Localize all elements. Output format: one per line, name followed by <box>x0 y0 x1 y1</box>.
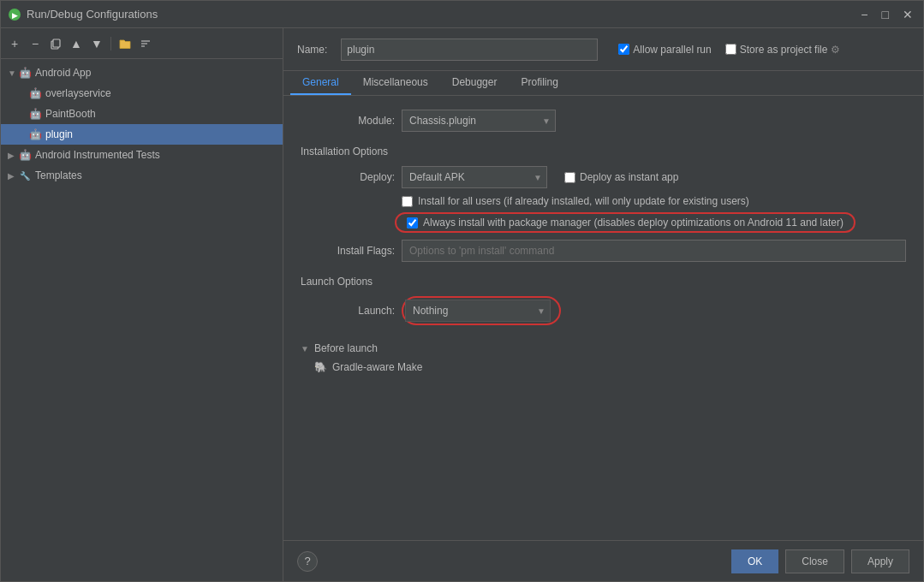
launch-options-label: Launch Options <box>301 276 906 288</box>
close-button[interactable]: ✕ <box>899 6 916 23</box>
ok-button[interactable]: OK <box>731 549 778 573</box>
tab-profiling[interactable]: Profiling <box>509 71 569 95</box>
launch-select-wrap: Nothing Default Activity Specified Activ… <box>405 300 551 322</box>
tabs-bar: General Miscellaneous Debugger Profiling <box>283 71 923 96</box>
always-install-row: Always install with package manager (dis… <box>395 212 855 233</box>
tree-label: Android Instrumented Tests <box>35 149 160 161</box>
android-icon: 🤖 <box>28 128 42 141</box>
expand-arrow: ▼ <box>8 68 18 78</box>
titlebar: ▶ Run/Debug Configurations − □ ✕ <box>1 1 923 28</box>
deploy-row: Deploy: Default APK APK from app bundle … <box>301 166 906 188</box>
expand-arrow: ▶ <box>8 151 18 160</box>
tab-miscellaneous[interactable]: Miscellaneous <box>351 71 440 95</box>
move-up-button[interactable]: ▲ <box>68 35 85 52</box>
launch-select[interactable]: Nothing Default Activity Specified Activ… <box>405 300 551 322</box>
before-launch-label: Before launch <box>314 342 378 354</box>
tab-general[interactable]: General <box>290 71 351 95</box>
bottom-bar: ? OK Close Apply <box>283 540 923 581</box>
gear-icon[interactable]: ⚙ <box>831 44 840 56</box>
install-flags-row: Install Flags: <box>301 240 906 262</box>
remove-button[interactable]: − <box>27 35 44 52</box>
collapse-icon: ▼ <box>301 344 309 353</box>
tree-item-overlayservice[interactable]: 🤖 overlayservice <box>1 83 283 104</box>
sidebar-toolbar: + − ▲ ▼ <box>1 28 283 59</box>
right-panel: Name: Allow parallel run Store as projec… <box>283 28 923 581</box>
main-window: ▶ Run/Debug Configurations − □ ✕ + − <box>0 0 924 582</box>
bottom-buttons: OK Close Apply <box>731 549 909 573</box>
module-row: Module: Chassis.plugin ▼ <box>301 110 906 132</box>
deploy-label: Deploy: <box>301 171 395 183</box>
tree-label: Android App <box>35 67 91 79</box>
always-install-checkbox[interactable] <box>407 217 418 229</box>
copy-button[interactable] <box>47 35 64 52</box>
installation-options-label: Installation Options <box>301 146 906 157</box>
install-all-users-row: Install for all users (if already instal… <box>301 195 906 207</box>
install-all-users-label: Install for all users (if already instal… <box>418 195 749 207</box>
store-project-checkbox[interactable] <box>725 44 736 55</box>
launch-highlighted: Nothing Default Activity Specified Activ… <box>402 296 561 325</box>
sidebar: + − ▲ ▼ <box>1 28 283 581</box>
android-icon: 🤖 <box>28 107 42 121</box>
svg-text:▶: ▶ <box>12 11 18 20</box>
deploy-select-wrap: Default APK APK from app bundle Nothing … <box>402 166 547 188</box>
move-down-button[interactable]: ▼ <box>88 35 105 52</box>
android-icon: 🤖 <box>18 66 32 80</box>
tree-label: plugin <box>45 128 73 140</box>
sort-button[interactable] <box>137 35 154 52</box>
tree-item-android-instrumented[interactable]: ▶ 🤖 Android Instrumented Tests <box>1 145 283 165</box>
tree-label: overlayservice <box>45 87 111 99</box>
deploy-instant-checkbox[interactable] <box>564 172 575 183</box>
titlebar-controls: − □ ✕ <box>857 6 916 23</box>
launch-label: Launch: <box>301 305 395 317</box>
minimize-button[interactable]: − <box>857 6 871 23</box>
store-project-row: Store as project file ⚙ <box>725 44 841 56</box>
allow-parallel-checkbox[interactable] <box>618 44 629 55</box>
tree-item-paintbooth[interactable]: 🤖 PaintBooth <box>1 104 283 124</box>
titlebar-left: ▶ Run/Debug Configurations <box>8 8 158 21</box>
deploy-select[interactable]: Default APK APK from app bundle Nothing <box>402 166 547 188</box>
expand-arrow: ▶ <box>8 171 18 181</box>
allow-parallel-label: Allow parallel run <box>633 44 711 56</box>
install-all-users-checkbox[interactable] <box>402 196 413 207</box>
svg-rect-3 <box>53 39 60 47</box>
config-tree: ▼ 🤖 Android App 🤖 overlayservice 🤖 Paint… <box>1 59 283 581</box>
maximize-button[interactable]: □ <box>879 6 892 23</box>
tree-item-templates[interactable]: ▶ 🔧 Templates <box>1 165 283 186</box>
name-label: Name: <box>297 44 327 56</box>
apply-button[interactable]: Apply <box>851 549 909 573</box>
always-install-label: Always install with package manager (dis… <box>423 217 844 229</box>
main-content: + − ▲ ▼ <box>1 28 923 581</box>
launch-row: Launch: Nothing Default Activity Specifi… <box>301 296 906 325</box>
top-bar: Name: Allow parallel run Store as projec… <box>283 28 923 71</box>
gradle-label: Gradle-aware Make <box>332 361 422 373</box>
module-label: Module: <box>301 115 395 127</box>
deploy-instant-label: Deploy as instant app <box>580 171 678 183</box>
install-flags-label: Install Flags: <box>301 245 395 257</box>
panel-content: Module: Chassis.plugin ▼ Installation Op… <box>283 96 923 540</box>
gradle-icon: 🐘 <box>314 361 327 373</box>
toolbar-separator <box>110 37 111 50</box>
gradle-item: 🐘 Gradle-aware Make <box>301 361 906 373</box>
name-input[interactable] <box>341 39 598 61</box>
tree-item-plugin[interactable]: 🤖 plugin <box>1 124 283 145</box>
before-launch-section: ▼ Before launch 🐘 Gradle-aware Make <box>301 342 906 373</box>
android-icon: 🤖 <box>18 148 32 162</box>
tree-label: Templates <box>35 169 82 181</box>
window-title: Run/Debug Configurations <box>27 8 158 21</box>
module-select-wrap: Chassis.plugin ▼ <box>402 110 556 132</box>
folder-button[interactable] <box>116 35 134 52</box>
tab-debugger[interactable]: Debugger <box>440 71 510 95</box>
install-flags-input[interactable] <box>402 240 906 262</box>
allow-parallel-row: Allow parallel run <box>618 44 711 56</box>
help-button[interactable]: ? <box>297 551 318 572</box>
before-launch-header[interactable]: ▼ Before launch <box>301 342 906 354</box>
close-button[interactable]: Close <box>785 549 844 573</box>
wrench-icon: 🔧 <box>18 169 32 182</box>
module-select[interactable]: Chassis.plugin <box>402 110 556 132</box>
store-project-label: Store as project file <box>740 44 828 56</box>
tree-item-android-app[interactable]: ▼ 🤖 Android App <box>1 62 283 83</box>
android-icon: 🤖 <box>28 86 42 100</box>
add-button[interactable]: + <box>6 35 23 52</box>
app-icon: ▶ <box>8 8 21 21</box>
tree-label: PaintBooth <box>45 108 96 120</box>
